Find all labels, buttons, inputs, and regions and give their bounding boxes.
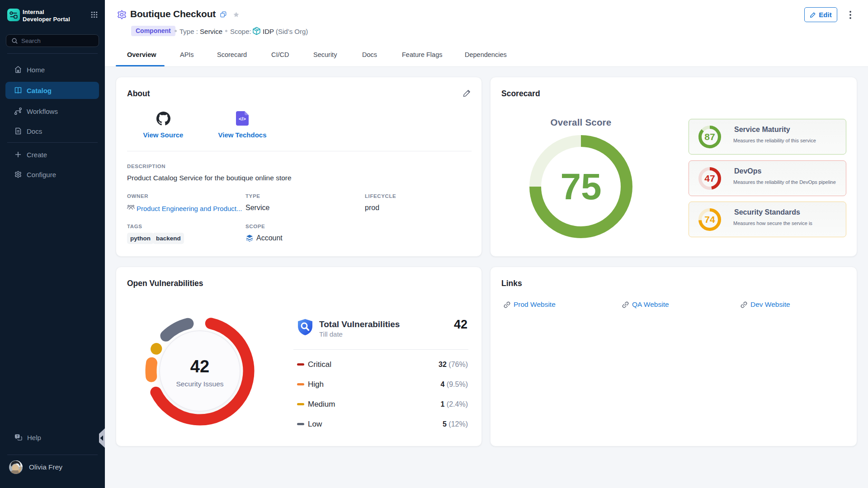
svg-text:47: 47: [704, 173, 715, 183]
svg-text:?: ?: [16, 434, 19, 438]
svg-text:74: 74: [704, 214, 715, 225]
svg-text:75: 75: [560, 166, 601, 207]
svg-text:</>: </>: [239, 116, 246, 122]
svg-text:Security Issues: Security Issues: [176, 380, 223, 388]
svg-text:87: 87: [704, 131, 715, 142]
svg-text:42: 42: [190, 357, 209, 376]
